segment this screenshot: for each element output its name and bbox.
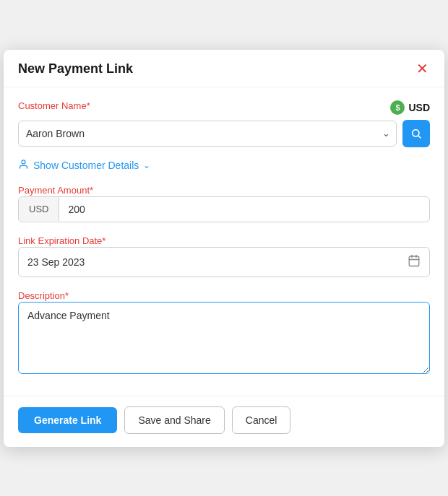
chevron-down-icon: ⌄ — [143, 160, 150, 170]
modal-body: Customer Name* $ USD Aaron Brown Jane Do… — [4, 87, 444, 396]
svg-line-1 — [418, 136, 421, 138]
user-icon — [18, 159, 29, 172]
customer-select-wrapper: Aaron Brown Jane Doe John Smith ⌄ — [18, 121, 397, 147]
customer-name-select[interactable]: Aaron Brown Jane Doe John Smith — [19, 121, 382, 146]
svg-point-2 — [22, 160, 25, 163]
modal-title: New Payment Link — [18, 61, 133, 77]
cancel-button[interactable]: Cancel — [232, 406, 291, 434]
calendar-icon[interactable] — [399, 248, 429, 277]
description-field: Description* Advance Payment — [18, 289, 430, 377]
date-row — [18, 247, 430, 277]
show-details-label: Show Customer Details — [33, 160, 139, 171]
expiration-date-field: Link Expiration Date* — [18, 234, 430, 277]
svg-rect-3 — [409, 256, 419, 266]
customer-select-row: Aaron Brown Jane Doe John Smith ⌄ — [18, 120, 430, 147]
description-label: Description* — [18, 290, 69, 301]
currency-code: USD — [408, 102, 430, 113]
payment-amount-label: Payment Amount* — [18, 185, 93, 196]
modal-footer: Generate Link Save and Share Cancel — [4, 396, 444, 447]
customer-name-label: Customer Name* — [18, 100, 90, 111]
payment-amount-input[interactable] — [59, 197, 429, 222]
chevron-down-icon: ⌄ — [382, 128, 396, 139]
currency-dot-icon: $ — [390, 100, 405, 115]
description-textarea[interactable]: Advance Payment — [18, 302, 430, 374]
customer-name-field: Customer Name* $ USD Aaron Brown Jane Do… — [18, 100, 430, 147]
search-button[interactable] — [402, 120, 430, 147]
amount-currency-tag: USD — [19, 197, 59, 221]
close-button[interactable]: ✕ — [415, 61, 430, 76]
currency-badge: $ USD — [390, 100, 430, 115]
payment-amount-field: Payment Amount* USD — [18, 183, 430, 222]
expiration-date-input[interactable] — [19, 250, 399, 274]
amount-row: USD — [18, 196, 430, 222]
generate-link-button[interactable]: Generate Link — [18, 407, 117, 433]
save-and-share-button[interactable]: Save and Share — [124, 406, 224, 434]
customer-name-header-row: Customer Name* $ USD — [18, 100, 430, 116]
new-payment-link-modal: New Payment Link ✕ Customer Name* $ USD … — [4, 50, 444, 447]
modal-header: New Payment Link ✕ — [4, 50, 444, 87]
expiration-date-label: Link Expiration Date* — [18, 235, 105, 246]
search-icon — [410, 128, 422, 139]
show-customer-details-link[interactable]: Show Customer Details ⌄ — [18, 159, 430, 172]
